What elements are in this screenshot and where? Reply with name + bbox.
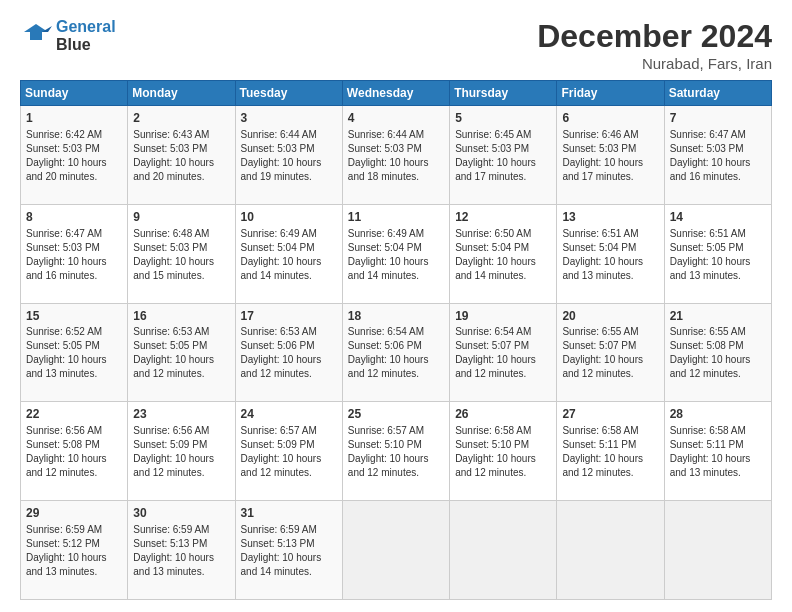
calendar-day-cell: 26Sunrise: 6:58 AMSunset: 5:10 PMDayligh… <box>450 402 557 501</box>
day-info-line: Daylight: 10 hours <box>562 255 658 269</box>
weekday-header-cell: Sunday <box>21 81 128 106</box>
day-info-line: Daylight: 10 hours <box>455 255 551 269</box>
calendar-day-cell: 1Sunrise: 6:42 AMSunset: 5:03 PMDaylight… <box>21 106 128 205</box>
day-info-line: Daylight: 10 hours <box>670 156 766 170</box>
logo-icon <box>20 22 52 50</box>
day-info-line: Sunset: 5:10 PM <box>455 438 551 452</box>
day-info-line: and 12 minutes. <box>562 367 658 381</box>
weekday-header-cell: Saturday <box>664 81 771 106</box>
day-info-line: Sunrise: 6:59 AM <box>133 523 229 537</box>
day-info-line: Daylight: 10 hours <box>133 255 229 269</box>
day-info-line: and 12 minutes. <box>133 367 229 381</box>
day-info-line: Sunrise: 6:58 AM <box>670 424 766 438</box>
calendar-day-cell: 17Sunrise: 6:53 AMSunset: 5:06 PMDayligh… <box>235 303 342 402</box>
calendar-day-cell: 30Sunrise: 6:59 AMSunset: 5:13 PMDayligh… <box>128 501 235 600</box>
day-info-line: Sunset: 5:03 PM <box>241 142 337 156</box>
day-info-line: Sunset: 5:07 PM <box>562 339 658 353</box>
day-number: 31 <box>241 505 337 522</box>
day-info-line: and 12 minutes. <box>562 466 658 480</box>
calendar-day-cell: 8Sunrise: 6:47 AMSunset: 5:03 PMDaylight… <box>21 204 128 303</box>
day-info-line: Sunset: 5:09 PM <box>241 438 337 452</box>
day-info-line: Sunrise: 6:56 AM <box>26 424 122 438</box>
day-number: 7 <box>670 110 766 127</box>
day-info-line: and 12 minutes. <box>670 367 766 381</box>
day-info-line: Sunrise: 6:54 AM <box>348 325 444 339</box>
calendar-day-cell: 23Sunrise: 6:56 AMSunset: 5:09 PMDayligh… <box>128 402 235 501</box>
day-number: 14 <box>670 209 766 226</box>
day-info-line: Daylight: 10 hours <box>562 156 658 170</box>
day-info-line: Sunrise: 6:56 AM <box>133 424 229 438</box>
day-info-line: and 13 minutes. <box>670 269 766 283</box>
day-number: 15 <box>26 308 122 325</box>
day-info-line: Daylight: 10 hours <box>455 452 551 466</box>
logo: General Blue <box>20 18 116 55</box>
day-info-line: Sunset: 5:03 PM <box>562 142 658 156</box>
calendar-day-cell: 20Sunrise: 6:55 AMSunset: 5:07 PMDayligh… <box>557 303 664 402</box>
day-number: 29 <box>26 505 122 522</box>
day-info-line: Sunset: 5:11 PM <box>670 438 766 452</box>
day-number: 18 <box>348 308 444 325</box>
day-info-line: Sunrise: 6:49 AM <box>348 227 444 241</box>
sub-title: Nurabad, Fars, Iran <box>537 55 772 72</box>
calendar-day-cell: 27Sunrise: 6:58 AMSunset: 5:11 PMDayligh… <box>557 402 664 501</box>
day-info-line: and 16 minutes. <box>670 170 766 184</box>
day-info-line: Daylight: 10 hours <box>26 452 122 466</box>
calendar-week-row: 15Sunrise: 6:52 AMSunset: 5:05 PMDayligh… <box>21 303 772 402</box>
day-info-line: Sunset: 5:11 PM <box>562 438 658 452</box>
day-info-line: Sunrise: 6:59 AM <box>241 523 337 537</box>
weekday-header-cell: Monday <box>128 81 235 106</box>
calendar-day-cell: 2Sunrise: 6:43 AMSunset: 5:03 PMDaylight… <box>128 106 235 205</box>
day-info-line: Sunset: 5:04 PM <box>241 241 337 255</box>
day-info-line: and 13 minutes. <box>26 367 122 381</box>
day-info-line: and 14 minutes. <box>348 269 444 283</box>
calendar-week-row: 22Sunrise: 6:56 AMSunset: 5:08 PMDayligh… <box>21 402 772 501</box>
day-info-line: and 12 minutes. <box>348 466 444 480</box>
day-info-line: Sunrise: 6:44 AM <box>241 128 337 142</box>
day-info-line: and 19 minutes. <box>241 170 337 184</box>
page: General Blue December 2024 Nurabad, Fars… <box>0 0 792 612</box>
day-info-line: Daylight: 10 hours <box>455 353 551 367</box>
calendar-day-cell: 14Sunrise: 6:51 AMSunset: 5:05 PMDayligh… <box>664 204 771 303</box>
calendar-day-cell: 13Sunrise: 6:51 AMSunset: 5:04 PMDayligh… <box>557 204 664 303</box>
day-info-line: and 13 minutes. <box>562 269 658 283</box>
day-number: 16 <box>133 308 229 325</box>
day-info-line: and 12 minutes. <box>133 466 229 480</box>
day-info-line: Daylight: 10 hours <box>26 156 122 170</box>
day-info-line: Sunrise: 6:57 AM <box>348 424 444 438</box>
day-info-line: Sunrise: 6:52 AM <box>26 325 122 339</box>
day-info-line: and 12 minutes. <box>241 367 337 381</box>
main-title: December 2024 <box>537 18 772 55</box>
day-info-line: and 20 minutes. <box>133 170 229 184</box>
day-number: 8 <box>26 209 122 226</box>
day-info-line: Sunrise: 6:58 AM <box>455 424 551 438</box>
day-info-line: Sunset: 5:08 PM <box>670 339 766 353</box>
day-info-line: Sunset: 5:03 PM <box>348 142 444 156</box>
day-info-line: Sunset: 5:04 PM <box>455 241 551 255</box>
day-info-line: Daylight: 10 hours <box>455 156 551 170</box>
day-info-line: Sunrise: 6:57 AM <box>241 424 337 438</box>
calendar-day-cell: 12Sunrise: 6:50 AMSunset: 5:04 PMDayligh… <box>450 204 557 303</box>
day-info-line: Sunset: 5:06 PM <box>348 339 444 353</box>
day-info-line: Daylight: 10 hours <box>670 255 766 269</box>
day-info-line: and 12 minutes. <box>348 367 444 381</box>
weekday-header-cell: Tuesday <box>235 81 342 106</box>
day-number: 25 <box>348 406 444 423</box>
day-info-line: Daylight: 10 hours <box>241 551 337 565</box>
day-number: 10 <box>241 209 337 226</box>
day-info-line: Sunset: 5:07 PM <box>455 339 551 353</box>
day-info-line: Sunset: 5:04 PM <box>562 241 658 255</box>
day-info-line: and 13 minutes. <box>26 565 122 579</box>
day-info-line: Sunrise: 6:48 AM <box>133 227 229 241</box>
day-number: 22 <box>26 406 122 423</box>
day-info-line: and 13 minutes. <box>133 565 229 579</box>
calendar-day-cell: 31Sunrise: 6:59 AMSunset: 5:13 PMDayligh… <box>235 501 342 600</box>
calendar-day-cell: 5Sunrise: 6:45 AMSunset: 5:03 PMDaylight… <box>450 106 557 205</box>
day-info-line: Sunrise: 6:46 AM <box>562 128 658 142</box>
day-info-line: Sunrise: 6:45 AM <box>455 128 551 142</box>
day-info-line: and 14 minutes. <box>455 269 551 283</box>
day-number: 20 <box>562 308 658 325</box>
day-number: 26 <box>455 406 551 423</box>
day-info-line: Daylight: 10 hours <box>670 452 766 466</box>
day-info-line: Daylight: 10 hours <box>670 353 766 367</box>
day-info-line: and 20 minutes. <box>26 170 122 184</box>
